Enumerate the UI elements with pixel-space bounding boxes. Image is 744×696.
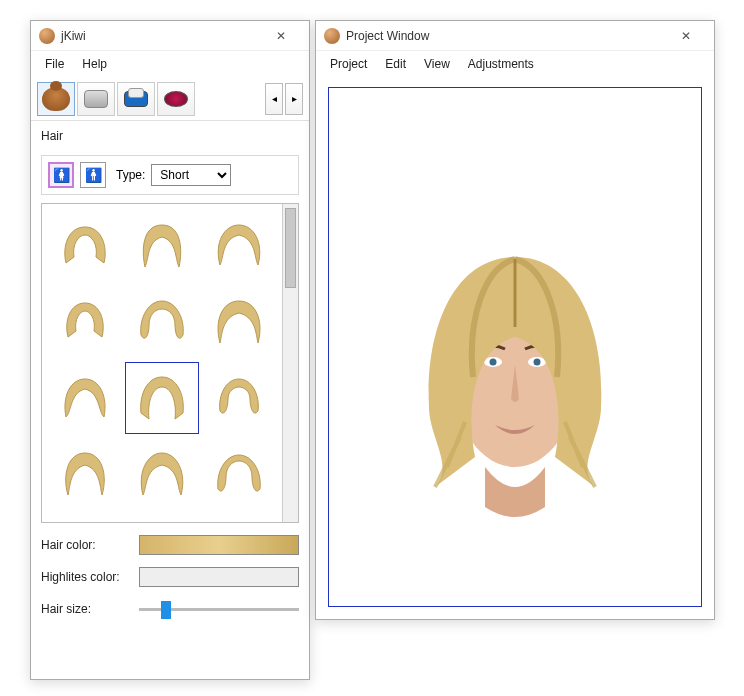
type-label: Type: (116, 168, 145, 182)
titlebar: jKiwi ✕ (31, 21, 309, 51)
hair-size-row: Hair size: (31, 593, 309, 625)
hair-size-slider[interactable] (139, 599, 299, 619)
model-preview (365, 167, 665, 527)
hair-thumb[interactable] (48, 286, 121, 358)
hair-panel: 🚺 🚹 Type: Short (31, 149, 309, 529)
project-canvas[interactable] (328, 87, 702, 607)
hair-thumb[interactable] (48, 210, 121, 282)
menu-project[interactable]: Project (322, 53, 375, 75)
menubar: Project Edit View Adjustments (316, 51, 714, 77)
gender-male-button[interactable]: 🚹 (80, 162, 106, 188)
jkiwi-window: jKiwi ✕ File Help ◂ ▸ Hair 🚺 🚹 Type: Sho… (30, 20, 310, 680)
tabs-next-button[interactable]: ▸ (285, 83, 303, 115)
type-select[interactable]: Short (151, 164, 231, 186)
gender-female-button[interactable]: 🚺 (48, 162, 74, 188)
scrollbar-thumb[interactable] (285, 208, 296, 288)
hair-color-label: Hair color: (41, 538, 131, 552)
app-icon (39, 28, 55, 44)
tab-blush[interactable] (157, 82, 195, 116)
hair-thumb[interactable] (203, 210, 276, 282)
hair-thumb[interactable] (125, 286, 198, 358)
hair-thumb[interactable] (203, 438, 276, 510)
close-button[interactable]: ✕ (666, 22, 706, 50)
jar-icon (84, 90, 108, 108)
menu-help[interactable]: Help (74, 53, 115, 75)
hair-thumb[interactable] (125, 438, 198, 510)
hair-thumb[interactable] (48, 438, 121, 510)
svg-point-4 (534, 359, 541, 366)
hair-thumb[interactable] (203, 362, 276, 434)
hair-color-row: Hair color: (31, 529, 309, 561)
tabs-prev-button[interactable]: ◂ (265, 83, 283, 115)
menubar: File Help (31, 51, 309, 77)
app-icon (324, 28, 340, 44)
highlites-color-swatch[interactable] (139, 567, 299, 587)
menu-edit[interactable]: Edit (377, 53, 414, 75)
titlebar: Project Window ✕ (316, 21, 714, 51)
window-title: Project Window (346, 29, 666, 43)
category-toolbar: ◂ ▸ (31, 77, 309, 121)
eyeshadow-icon (124, 91, 148, 107)
slider-thumb[interactable] (161, 601, 171, 619)
hair-icon (42, 87, 70, 111)
hair-color-swatch[interactable] (139, 535, 299, 555)
hair-thumb[interactable] (125, 362, 198, 434)
section-label: Hair (31, 121, 309, 149)
project-window: Project Window ✕ Project Edit View Adjus… (315, 20, 715, 620)
menu-view[interactable]: View (416, 53, 458, 75)
hair-thumb[interactable] (125, 210, 198, 282)
hair-thumb[interactable] (48, 362, 121, 434)
menu-file[interactable]: File (37, 53, 72, 75)
blush-icon (164, 91, 188, 107)
svg-point-2 (490, 359, 497, 366)
highlites-color-row: Highlites color: (31, 561, 309, 593)
menu-adjustments[interactable]: Adjustments (460, 53, 542, 75)
close-button[interactable]: ✕ (261, 22, 301, 50)
hair-thumb[interactable] (203, 286, 276, 358)
highlites-label: Highlites color: (41, 570, 131, 584)
gender-type-row: 🚺 🚹 Type: Short (41, 155, 299, 195)
hair-size-label: Hair size: (41, 602, 131, 616)
tab-eyeshadow[interactable] (117, 82, 155, 116)
tab-face-cream[interactable] (77, 82, 115, 116)
window-title: jKiwi (61, 29, 261, 43)
tab-hair[interactable] (37, 82, 75, 116)
thumbnail-scrollbar[interactable] (282, 204, 298, 522)
hair-thumbnails (41, 203, 299, 523)
